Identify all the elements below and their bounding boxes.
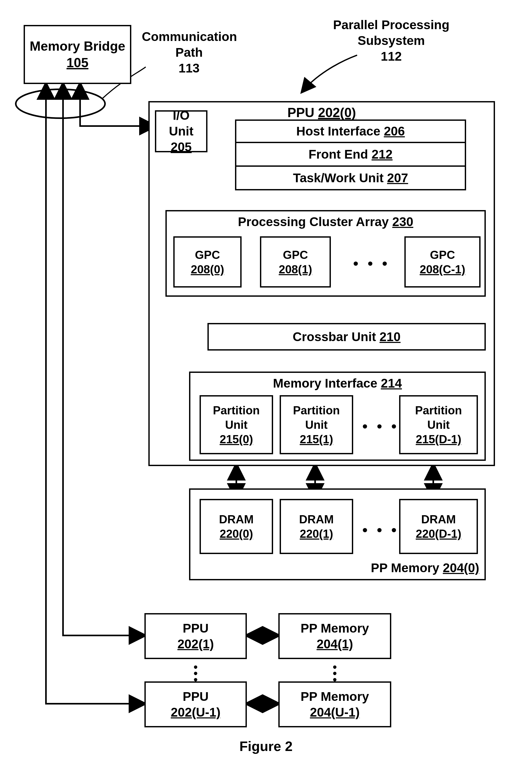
dramD-id: 220(D-1): [416, 526, 461, 541]
ppmem1-name: PP Memory: [301, 620, 369, 636]
ppmem1-id: 204(1): [317, 636, 353, 652]
pD-line2: Unit: [427, 418, 450, 432]
ppmem0-name: PP Memory: [371, 561, 439, 575]
ppmem0-title: PP Memory 204(0): [371, 560, 479, 576]
pps-id: 112: [381, 49, 402, 63]
comm-path-name1: Communication: [142, 30, 237, 44]
p1-id: 215(1): [300, 432, 333, 446]
ppmem0-id: 204(0): [443, 561, 479, 575]
dram1-name: DRAM: [299, 512, 334, 526]
comm-path-label: Communication Path 113: [142, 29, 236, 76]
pD-line1: Partition: [415, 403, 462, 418]
pca-name: Processing Cluster Array: [238, 215, 389, 229]
partition-ellipsis: • • •: [362, 418, 399, 435]
task-work-id: 207: [387, 171, 408, 185]
front-end-id: 212: [372, 147, 393, 161]
dram1-box: DRAM 220(1): [280, 499, 353, 554]
crossbar-box: Crossbar Unit 210: [207, 323, 486, 351]
ppuU-box: PPU 202(U-1): [144, 681, 247, 727]
p1-line2: Unit: [305, 418, 328, 432]
dramD-name: DRAM: [421, 512, 456, 526]
ppuU-name: PPU: [183, 689, 209, 705]
gpc1-name: GPC: [283, 248, 308, 262]
front-end-name: Front End: [309, 147, 368, 161]
gpc1-box: GPC 208(1): [260, 236, 331, 288]
ppmem1-box: PP Memory 204(1): [278, 613, 391, 659]
partitionD-box: Partition Unit 215(D-1): [399, 395, 478, 454]
p1-line1: Partition: [293, 403, 340, 418]
gpcC-id: 208(C-1): [420, 262, 465, 276]
io-unit-line2: Unit: [169, 123, 193, 139]
ppu0-title-text: PPU: [287, 105, 314, 120]
io-unit-line1: I/O: [173, 108, 190, 123]
ppmemU-name: PP Memory: [301, 689, 369, 705]
ppmemU-id: 204(U-1): [310, 705, 359, 720]
front-end-box: Front End 212: [235, 143, 466, 167]
mem_if-id: 214: [381, 376, 402, 390]
partition1-box: Partition Unit 215(1): [280, 395, 353, 454]
partition0-box: Partition Unit 215(0): [200, 395, 273, 454]
memory-bridge-id: 105: [66, 55, 88, 71]
host-interface-id: 206: [384, 124, 405, 138]
pps-label: Parallel Processing Subsystem 112: [331, 17, 452, 64]
comm-path-id: 113: [179, 61, 200, 75]
mem-if-name: Memory Interface: [273, 376, 377, 390]
figure-caption: Figure 2: [0, 738, 532, 755]
host-interface-name: Host Interface: [296, 124, 380, 138]
memory-bridge-box: Memory Bridge 105: [24, 25, 131, 84]
gpcC-box: GPC 208(C-1): [404, 236, 481, 288]
ppu1-id: 202(1): [178, 636, 214, 652]
figure-caption-text: Figure 2: [239, 739, 293, 754]
memory-bridge-name: Memory Bridge: [30, 38, 125, 55]
ppu-vellipsis: •••: [193, 664, 198, 683]
pca-id: 230: [392, 215, 413, 229]
gpc0-name: GPC: [195, 248, 220, 262]
dram0-name: DRAM: [219, 512, 254, 526]
pca-title: Processing Cluster Array 230: [167, 214, 484, 230]
comm-path-name2: Path: [175, 45, 203, 59]
ppu1-box: PPU 202(1): [144, 613, 247, 659]
dram0-id: 220(0): [220, 526, 253, 541]
io-unit-id: 205: [171, 139, 192, 155]
dram1-id: 220(1): [300, 526, 333, 541]
p0-line1: Partition: [213, 403, 260, 418]
dram-ellipsis: • • •: [362, 521, 399, 538]
p0-id: 215(0): [220, 432, 253, 446]
task-work-box: Task/Work Unit 207: [235, 167, 466, 190]
crossbar-name: Crossbar Unit: [293, 330, 376, 344]
p0-line2: Unit: [225, 418, 248, 432]
gpc0-box: GPC 208(0): [173, 236, 242, 288]
ppmem-vellipsis: •••: [332, 664, 337, 683]
gpcC-name: GPC: [430, 248, 455, 262]
task-work-name: Task/Work Unit: [293, 171, 384, 185]
ppu0-id: 202(0): [318, 105, 356, 120]
ppuU-id: 202(U-1): [171, 705, 220, 720]
gpc-ellipsis: • • •: [353, 255, 390, 272]
dram0-box: DRAM 220(0): [200, 499, 273, 554]
ppmemU-box: PP Memory 204(U-1): [278, 681, 391, 727]
pD-id: 215(D-1): [416, 432, 461, 446]
gpc1-id: 208(1): [279, 262, 312, 276]
gpc0-id: 208(0): [191, 262, 224, 276]
pps-name2: Subsystem: [358, 34, 425, 48]
io-unit-box: I/O Unit 205: [155, 110, 207, 152]
ppu1-name: PPU: [183, 620, 209, 636]
mem-if-title: Memory Interface 214: [190, 375, 484, 391]
dramD-box: DRAM 220(D-1): [399, 499, 478, 554]
host-interface-box: Host Interface 206: [235, 119, 466, 143]
crossbar-id: 210: [379, 330, 400, 344]
svg-point-0: [16, 89, 105, 118]
pps-name1: Parallel Processing: [333, 18, 450, 32]
